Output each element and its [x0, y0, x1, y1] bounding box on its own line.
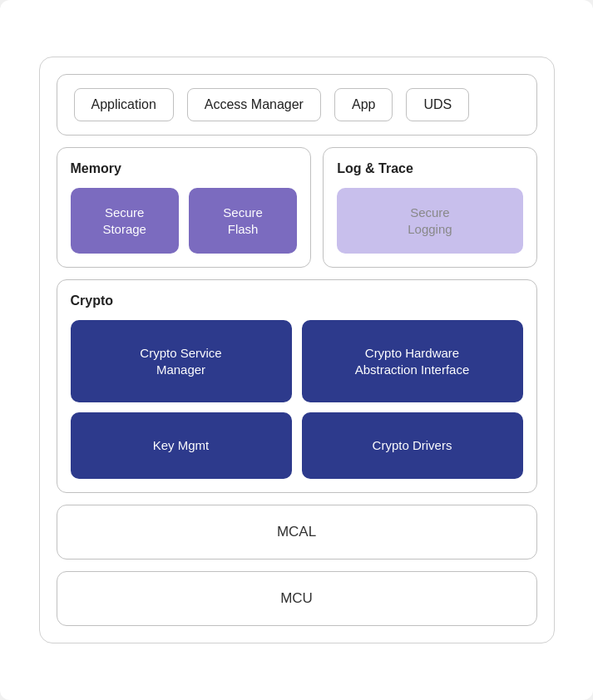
mcu-box: MCU	[57, 571, 537, 626]
memory-boxes: SecureStorage SecureFlash	[71, 188, 298, 254]
application-box: Application	[74, 88, 174, 121]
key-mgmt-box: Key Mgmt	[71, 412, 292, 479]
secure-storage-box: SecureStorage	[71, 188, 179, 254]
app-box: App	[334, 88, 393, 121]
uds-box: UDS	[406, 88, 469, 121]
log-section: Log & Trace SecureLogging	[323, 147, 536, 268]
diagram-container: Application Access Manager App UDS Memor…	[39, 57, 555, 643]
secure-flash-box: SecureFlash	[189, 188, 297, 254]
mcal-box: MCAL	[57, 505, 537, 560]
crypto-hardware-abstraction-box: Crypto HardwareAbstraction Interface	[302, 320, 523, 402]
crypto-title: Crypto	[71, 293, 523, 308]
crypto-section: Crypto Crypto ServiceManager Crypto Hard…	[57, 279, 537, 493]
secure-logging-box: SecureLogging	[337, 188, 522, 254]
application-row: Application Access Manager App UDS	[57, 74, 537, 136]
log-boxes: SecureLogging	[337, 188, 522, 254]
crypto-grid: Crypto ServiceManager Crypto HardwareAbs…	[71, 320, 523, 479]
diagram-wrapper: Application Access Manager App UDS Memor…	[0, 0, 593, 700]
crypto-drivers-box: Crypto Drivers	[302, 412, 523, 479]
memory-title: Memory	[71, 161, 298, 176]
log-title: Log & Trace	[337, 161, 522, 176]
access-manager-box: Access Manager	[187, 88, 321, 121]
memory-section: Memory SecureStorage SecureFlash	[57, 147, 312, 268]
memory-log-row: Memory SecureStorage SecureFlash Log & T…	[57, 147, 537, 268]
crypto-service-manager-box: Crypto ServiceManager	[71, 320, 292, 402]
